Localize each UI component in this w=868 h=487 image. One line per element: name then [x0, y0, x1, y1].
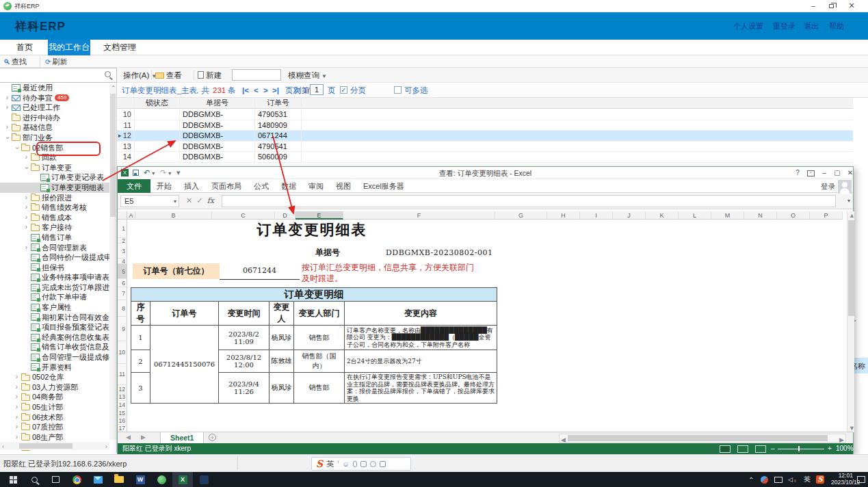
sheet-prev-icon[interactable]: ◀	[126, 434, 131, 440]
find-button[interactable]: 🔍︎查找	[3, 57, 27, 66]
start-button[interactable]	[3, 472, 23, 487]
sidebar-item[interactable]: ›合同管理新表	[0, 243, 116, 253]
sidebar-item[interactable]: 销售订单	[0, 233, 116, 243]
row-number[interactable]: 11	[118, 364, 127, 385]
column-letter[interactable]: H	[547, 211, 580, 220]
scroll-up-icon[interactable]: ⌃	[111, 85, 116, 92]
column-letter[interactable]: J	[613, 211, 646, 220]
sogou-icon[interactable]: S	[316, 458, 323, 469]
ribbon-options-icon[interactable]: ⌃	[807, 170, 815, 176]
row-number[interactable]: 13	[118, 393, 127, 401]
notification-center-button[interactable]	[857, 472, 865, 487]
link-logout[interactable]: 退出	[804, 21, 819, 31]
app-button[interactable]	[194, 472, 214, 487]
chevron-collapsed-icon[interactable]: ›	[22, 213, 31, 223]
chevron-down-icon[interactable]: ▾	[847, 198, 850, 204]
zoom-level[interactable]: 100%	[836, 443, 854, 454]
ime-punct-icon[interactable]: ’	[337, 460, 339, 468]
sidebar-item[interactable]: ›客户接待	[0, 222, 116, 233]
row-number[interactable]: 14	[118, 401, 127, 409]
scroll-thumb[interactable]	[848, 220, 854, 316]
sidebar-item[interactable]: 期初累计合同有效金额	[0, 313, 116, 323]
scroll-right-icon[interactable]: ▶	[839, 436, 844, 443]
sidebar-item[interactable]: ›0502仓库	[0, 372, 116, 382]
sheet-next-icon[interactable]: ▶	[141, 434, 146, 440]
zoom-slider-knob[interactable]	[798, 446, 800, 451]
sidebar-item[interactable]: ›03人力资源部	[0, 382, 116, 393]
row-number[interactable]: 2	[118, 238, 127, 244]
sogou-tray-icon[interactable]: S	[816, 472, 824, 487]
sidebar-item[interactable]: 完成未出货订单跟进表	[0, 282, 116, 293]
chevron-collapsed-icon[interactable]: ›	[12, 382, 21, 393]
mic-icon[interactable]	[353, 461, 357, 467]
sidebar-item[interactable]: ›06技术部	[0, 412, 116, 423]
tab-home[interactable]: 首页	[10, 40, 40, 55]
column-letter[interactable]: L	[679, 211, 711, 220]
row-number[interactable]: 9	[118, 317, 127, 341]
link-relogin[interactable]: 重登录	[773, 21, 795, 31]
sidebar-item[interactable]: ›02销售部	[0, 143, 116, 153]
column-letter[interactable]: A	[127, 211, 135, 220]
sheet-vscrollbar[interactable]: ▲ ▼	[847, 211, 854, 432]
taskbar-search-button[interactable]	[24, 472, 44, 487]
row-number[interactable]: 3	[118, 244, 127, 259]
sidebar-item[interactable]: 经典案例信息收集表	[0, 332, 116, 343]
excel-close-button[interactable]: ✕	[844, 168, 856, 178]
excel-login-link[interactable]: 登录	[821, 182, 835, 192]
ime-toolbar[interactable]: S 英 ’ ☺	[311, 457, 411, 471]
sidebar-item[interactable]: 开票资料	[0, 363, 116, 373]
keyboard-icon[interactable]	[360, 461, 367, 467]
column-letter[interactable]: P	[810, 211, 843, 220]
chevron-collapsed-icon[interactable]: ›	[22, 153, 31, 163]
sidebar-item[interactable]: ›08生产部	[0, 432, 116, 443]
sidebar-item[interactable]: ›05生计部	[0, 402, 116, 412]
clock[interactable]: 12:01 2023/10/12	[831, 473, 860, 487]
scroll-thumb[interactable]	[19, 443, 73, 449]
chevron-expanded-icon[interactable]: ›	[2, 133, 12, 142]
column-letter[interactable]: G	[495, 211, 547, 220]
chevron-collapsed-icon[interactable]: ›	[3, 103, 12, 113]
sidebar-item[interactable]: ›部门业务	[0, 133, 116, 143]
row-number[interactable]: 8	[118, 300, 127, 317]
chevron-collapsed-icon[interactable]: ›	[22, 193, 31, 203]
chrome-button[interactable]	[66, 472, 87, 487]
mail-button[interactable]	[88, 472, 108, 487]
formula-buttons[interactable]: ✕ ✓ fx	[186, 196, 214, 205]
column-letter[interactable]: E	[295, 211, 343, 220]
sidebar-item[interactable]: 销售订单收货信息及下单备	[0, 342, 116, 352]
chevron-collapsed-icon[interactable]: ›	[22, 202, 31, 213]
fx-icon[interactable]: fx	[207, 196, 214, 205]
task-view-button[interactable]	[45, 472, 66, 487]
user-avatar[interactable]	[838, 180, 852, 194]
worksheet[interactable]: 订单变更明细表 单据号 DDBGMXB-20230802-001 订单号（前七位…	[127, 220, 847, 432]
scroll-left-icon[interactable]: ◀	[561, 436, 566, 443]
sheet-tab[interactable]: Sheet1	[160, 432, 204, 444]
column-letter[interactable]: N	[744, 211, 777, 220]
skin-icon[interactable]	[370, 461, 376, 467]
sidebar-item[interactable]: ›订单变更	[0, 163, 116, 173]
close-button[interactable]: ✕	[844, 1, 859, 11]
ime-lang-mode[interactable]: 英	[326, 459, 334, 469]
ribbon-tab[interactable]: 审阅	[302, 179, 330, 193]
scroll-up-icon[interactable]: ▲	[849, 212, 855, 219]
chevron-collapsed-icon[interactable]: ›	[12, 372, 21, 382]
sidebar-hscrollbar[interactable]: ‹ ›	[0, 442, 109, 450]
row-number[interactable]: 12	[118, 385, 127, 393]
sheet-hscrollbar[interactable]: ◀ ▶	[559, 434, 846, 443]
column-headers[interactable]: ABCDEFGHIJKLMNOP	[127, 211, 843, 220]
sidebar-item[interactable]: 订单变更明细表	[0, 183, 116, 193]
scroll-down-icon[interactable]: ▼	[849, 425, 855, 432]
chevron-collapsed-icon[interactable]: ›	[3, 93, 12, 103]
column-letter[interactable]: F	[343, 211, 495, 220]
sidebar-item[interactable]: ›04商务部	[0, 392, 116, 402]
row-number[interactable]: 10	[118, 341, 127, 364]
chevron-collapsed-icon[interactable]: ›	[22, 243, 31, 253]
ribbon-tab[interactable]: 视图	[330, 179, 357, 193]
table-row[interactable]: 10DDBGMXB-20230816-0014790531	[117, 109, 853, 120]
minimize-button[interactable]: –	[806, 1, 821, 11]
column-letter[interactable]: K	[646, 211, 679, 220]
chevron-collapsed-icon[interactable]: ›	[12, 392, 21, 402]
row-number[interactable]: 4	[118, 259, 127, 264]
column-letter[interactable]: C	[212, 211, 275, 220]
sidebar-item[interactable]: ›07质控部	[0, 422, 116, 432]
